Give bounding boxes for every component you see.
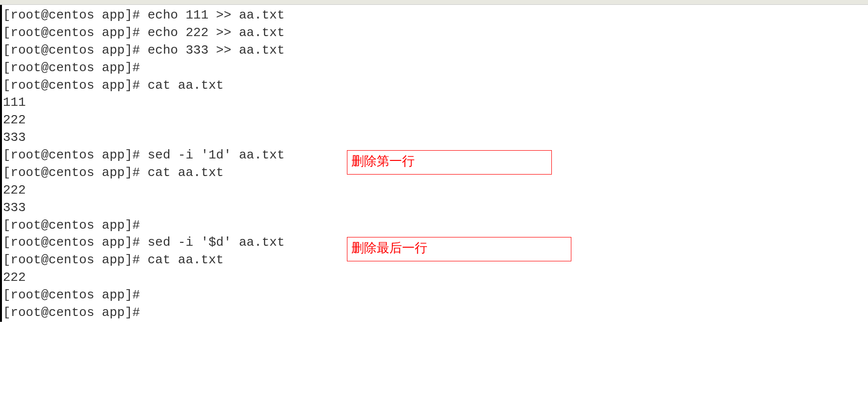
terminal-top-bar	[0, 0, 868, 5]
terminal-output: 222	[3, 112, 868, 129]
annotation-delete-first-line: 删除第一行	[347, 150, 552, 175]
terminal-line: [root@centos app]# cat aa.txt	[3, 77, 868, 95]
terminal-line: [root@centos app]#	[3, 304, 868, 322]
terminal-output: 333	[3, 199, 868, 217]
terminal-line: [root@centos app]#	[3, 287, 868, 304]
terminal-output: 222	[3, 182, 868, 199]
terminal-line: [root@centos app]#	[3, 217, 868, 235]
terminal-line: [root@centos app]# echo 333 >> aa.txt	[3, 42, 868, 59]
terminal-area[interactable]: [root@centos app]# echo 111 >> aa.txt [r…	[0, 5, 868, 322]
annotation-delete-last-line: 删除最后一行	[347, 237, 571, 261]
terminal-output: 222	[3, 269, 868, 287]
terminal-line: [root@centos app]#	[3, 59, 868, 77]
terminal-line: [root@centos app]# echo 111 >> aa.txt	[3, 7, 868, 24]
terminal-line: [root@centos app]# echo 222 >> aa.txt	[3, 24, 868, 42]
terminal-output: 333	[3, 129, 868, 147]
terminal-output: 111	[3, 94, 868, 112]
